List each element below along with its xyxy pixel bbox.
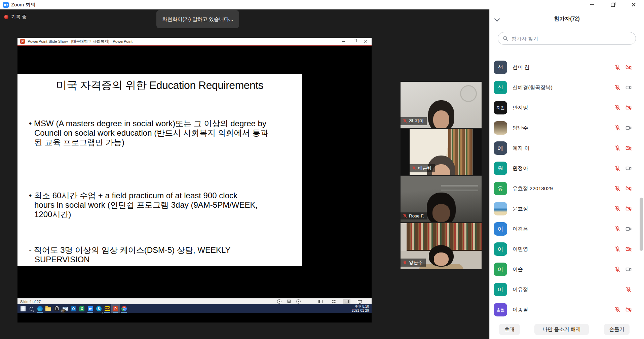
video-on-icon (625, 125, 632, 131)
participant-row[interactable]: 예 예지 이 (490, 138, 644, 158)
normal-view-button[interactable] (317, 299, 324, 304)
clock-time: 오후 8:10 (352, 305, 369, 309)
taskbar-zoom[interactable] (86, 304, 94, 313)
taskbar-chrome[interactable] (120, 304, 128, 313)
participant-name: 윤효정 (513, 205, 528, 212)
video-tile[interactable]: 전 지미 (401, 82, 482, 128)
participant-row[interactable]: 이 이유정 (490, 279, 644, 300)
ppt-minimize-button[interactable] (337, 38, 349, 45)
video-off-icon (625, 104, 632, 111)
windows-logo-icon (21, 306, 26, 311)
participant-row[interactable]: 윤효정 (490, 199, 644, 219)
taskbar-skype[interactable]: S 2 (94, 304, 103, 313)
edge-icon (37, 306, 43, 311)
mic-muted-icon (614, 64, 621, 71)
powerpoint-icon: P (113, 306, 118, 311)
panel-header: 참가자(72) (490, 9, 644, 29)
notes-icon[interactable] (287, 300, 291, 303)
powerpoint-app-icon: P (20, 39, 25, 44)
windows-taskbar: 99+ O X S 2 TALK P 오후 8:10 2021-01-29 (17, 304, 372, 313)
taskbar-kakaotalk[interactable]: TALK (103, 304, 111, 313)
slide-title: 미국 자격증의 위한 Education Requirements (17, 78, 302, 93)
mic-muted-icon (403, 260, 407, 265)
mic-muted-icon (614, 104, 621, 111)
avatar: 지민 (494, 101, 507, 114)
start-button[interactable] (19, 304, 27, 313)
participant-name: 안지밍 (513, 104, 528, 111)
close-icon (632, 3, 636, 7)
participant-row[interactable]: 이 이슬 (490, 259, 644, 279)
previous-slide-button[interactable] (277, 299, 281, 304)
participant-row[interactable]: 유 유효정 22013029 (490, 178, 644, 199)
restore-button[interactable] (602, 0, 623, 9)
participant-row[interactable]: 양난주 (490, 118, 644, 138)
unmute-all-button[interactable]: 나만 음소거 해제 (534, 324, 589, 335)
participant-row[interactable]: 이 이민영 (490, 239, 644, 259)
search-icon (30, 307, 33, 311)
taskbar-powerpoint[interactable]: P (111, 304, 120, 313)
video-off-icon (625, 64, 632, 71)
invite-button[interactable]: 초대 (499, 324, 520, 335)
taskbar-outlook[interactable]: O (69, 304, 78, 313)
avatar-photo (494, 121, 507, 135)
participant-row[interactable]: 이 이경용 (490, 219, 644, 239)
mic-muted-icon (403, 119, 407, 124)
mic-muted-icon (614, 145, 621, 151)
slide-bullet: MSW (A masters degree in social work)또는 … (29, 119, 302, 147)
participant-name: 이민영 (513, 246, 528, 253)
ppt-close-button[interactable] (360, 38, 372, 45)
kakaotalk-icon: TALK (105, 306, 110, 311)
taskbar-excel[interactable]: X (78, 304, 86, 313)
slideshow-region: 미국 자격증의 위한 Education Requirements MSW (A… (17, 46, 372, 298)
slide-sorter-view-button[interactable] (330, 299, 337, 304)
powerpoint-window: P PowerPoint Slide Show - [대구대학교 사회복지] -… (17, 38, 372, 323)
participant-row[interactable]: 종필 이종필 (490, 300, 644, 318)
participant-row[interactable]: 선 선미 한 (490, 57, 644, 77)
mic-muted-icon (614, 226, 621, 232)
video-nameplate: Rose F. (401, 212, 427, 219)
speaking-toast-text: 차현화이(가) 말하고 있습니다... (162, 16, 233, 23)
avatar-photo (494, 202, 507, 215)
slide-bullet: 최소 60시간 수업 + a field practicum of at lea… (29, 191, 302, 219)
taskbar-file-explorer[interactable] (44, 304, 52, 313)
panel-scrollbar[interactable] (640, 198, 643, 251)
participant-row[interactable]: 지민 안지밍 (490, 98, 644, 118)
participant-row[interactable]: 원 원정아 (490, 158, 644, 178)
taskbar-edge[interactable] (36, 304, 44, 313)
grid-view-icon (332, 300, 336, 303)
slideshow-view-button[interactable] (356, 299, 364, 304)
taskbar-search-button[interactable] (27, 304, 36, 313)
ppt-restore-button[interactable] (349, 38, 360, 45)
reading-view-button[interactable] (343, 299, 350, 304)
outlook-icon: O (71, 306, 76, 311)
app-title: Zoom 회의 (11, 2, 36, 8)
avatar: 신 (494, 81, 507, 94)
avatar: 예 (494, 141, 507, 155)
powerpoint-window-controls (337, 38, 372, 45)
taskbar-clock[interactable]: 오후 8:10 2021-01-29 (352, 305, 369, 313)
meeting-area: 기록 중 차현화이(가) 말하고 있습니다... P PowerPoint Sl… (0, 9, 489, 339)
participant-name: 원정아 (513, 165, 528, 172)
powerpoint-title: PowerPoint Slide Show - [대구대학교 사회복지] - P… (28, 39, 132, 44)
participant-row[interactable]: 신 신예경(칠곡장복) (490, 77, 644, 98)
zoom-app-icon (3, 2, 9, 8)
panel-title: 참가자(72) (554, 15, 579, 23)
taskbar-store[interactable] (52, 304, 61, 313)
video-tile[interactable]: Rose F. (401, 176, 482, 222)
video-tile[interactable]: 배근령 (401, 129, 482, 175)
video-tile[interactable]: 양난주 (401, 223, 482, 269)
recording-indicator[interactable]: 기록 중 (4, 14, 27, 20)
video-participant-name: 전 지미 (409, 118, 424, 124)
minimize-icon (342, 41, 345, 41)
zoom-icon (88, 306, 93, 311)
participant-name: 양난주 (513, 125, 528, 132)
search-input[interactable] (498, 32, 636, 45)
taskbar-mail[interactable]: 99+ (61, 304, 69, 313)
avatar: 이 (494, 283, 507, 296)
close-button[interactable] (623, 0, 644, 9)
raise-hand-button[interactable]: 손들기 (604, 324, 630, 335)
next-slide-button[interactable] (296, 299, 301, 304)
chevron-down-icon[interactable] (494, 16, 500, 22)
minimize-button[interactable] (581, 0, 602, 9)
mic-muted-icon (614, 306, 621, 313)
